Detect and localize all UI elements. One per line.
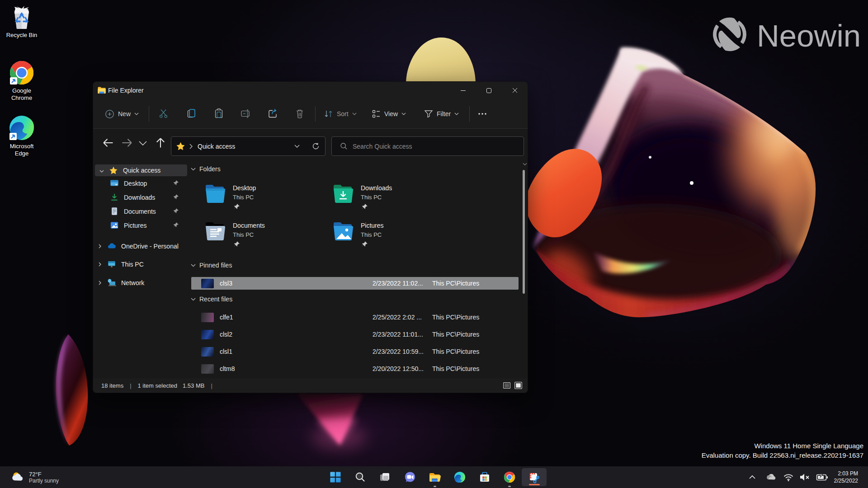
svg-text:Neowin: Neowin xyxy=(757,19,861,53)
